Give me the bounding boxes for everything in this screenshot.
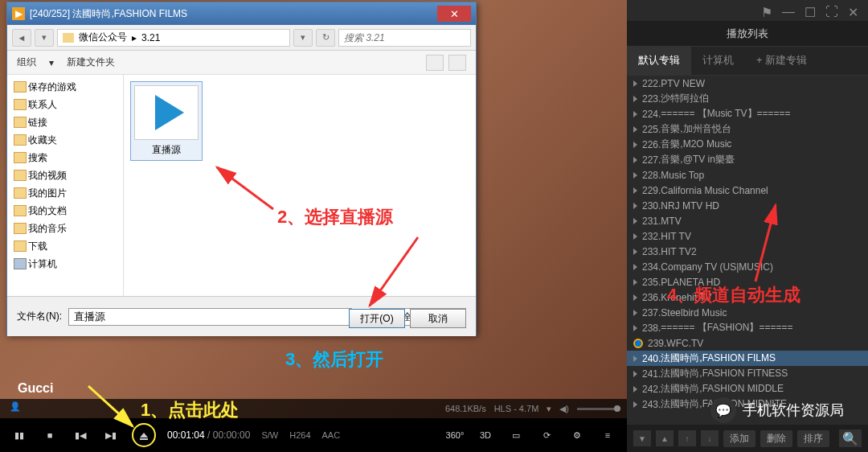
open-button[interactable]: 打开(O) xyxy=(349,309,405,328)
path-seg-1[interactable]: 微信公众号 xyxy=(79,31,127,44)
audio-label: AAC xyxy=(322,430,341,440)
settings-button[interactable]: ⚙ xyxy=(567,425,587,445)
playlist-item[interactable]: 228. Music Top xyxy=(627,167,868,183)
restore-button[interactable]: ☐ xyxy=(805,5,816,16)
refresh-button[interactable]: ↻ xyxy=(316,29,335,47)
playlist-item[interactable]: 230. NRJ MTV HD xyxy=(627,198,868,213)
filename-input[interactable] xyxy=(68,308,352,326)
tree-item[interactable]: 我的音乐 xyxy=(7,220,123,237)
file-item[interactable]: 直播源 xyxy=(130,81,203,161)
tree-item[interactable]: 链接 xyxy=(7,113,123,131)
close-button[interactable]: ✕ xyxy=(437,6,471,22)
aspect-button[interactable]: ▭ xyxy=(506,425,526,445)
back-button[interactable]: ◄ xyxy=(12,29,31,47)
prev-button[interactable]: ▮◀ xyxy=(71,425,90,445)
tree-item[interactable]: 我的图片 xyxy=(7,184,123,202)
play-icon xyxy=(633,401,637,408)
playlist-item[interactable]: 225. 音樂,加州音悦台 xyxy=(627,121,868,137)
play-icon xyxy=(633,157,637,163)
file-name: 直播源 xyxy=(134,143,199,157)
view-button[interactable] xyxy=(426,55,444,71)
file-list[interactable]: 直播源 xyxy=(124,75,476,296)
playlist-item[interactable]: 239. WFC.TV xyxy=(627,335,868,351)
item-number: 227. xyxy=(642,154,661,166)
path-seg-2[interactable]: 3.21 xyxy=(141,32,160,43)
playlist-item[interactable]: 226. 音樂,M2O Music xyxy=(627,137,868,152)
collapse-button[interactable]: ▼ xyxy=(633,430,651,446)
repeat-button[interactable]: ⟳ xyxy=(537,425,556,445)
tree-item[interactable]: 收藏夹 xyxy=(7,131,123,149)
info-bar: 👤 648.1KB/s HLS - 4.7M ▾ ◀) xyxy=(0,399,627,418)
app-icon: ▶ xyxy=(12,7,25,20)
forward-button[interactable]: ▾ xyxy=(35,29,54,47)
playlist-item[interactable]: 233. HIT TV2 xyxy=(627,244,868,259)
fullscreen-button[interactable]: ⛶ xyxy=(825,5,838,16)
delete-button[interactable]: 删除 xyxy=(760,430,792,447)
volume-icon[interactable]: ◀) xyxy=(559,404,569,414)
tab-default-album[interactable]: 默认专辑 xyxy=(627,47,691,75)
3d-button[interactable]: 3D xyxy=(476,425,495,445)
pin-button[interactable]: ⚑ xyxy=(761,5,772,16)
playlist-item[interactable]: 236. Kronehit TV xyxy=(627,290,868,305)
pause-button[interactable]: ▮▮ xyxy=(10,425,29,445)
tree-item[interactable]: 计算机 xyxy=(7,255,123,273)
sw-label[interactable]: S/W xyxy=(261,430,278,440)
playlist-item[interactable]: 241. 法國時尚,FASHION FITNESS xyxy=(627,366,868,381)
menu-button[interactable]: ≡ xyxy=(598,425,617,445)
item-title: MTV xyxy=(661,216,681,227)
down-button[interactable]: ↓ xyxy=(701,430,719,446)
play-icon xyxy=(633,142,637,148)
tree-item[interactable]: 搜索 xyxy=(7,149,123,166)
360-button[interactable]: 360° xyxy=(445,425,465,445)
playlist-item[interactable]: 231. MTV xyxy=(627,213,868,228)
playlist-item[interactable]: 234. Company TV (US|MUSIC) xyxy=(627,259,868,274)
tree-item[interactable]: 联系人 xyxy=(7,96,123,113)
playlist-items[interactable]: 222. PTV NEW223. 沙特阿拉伯224. ====== 【Music… xyxy=(627,76,868,425)
playlist-item[interactable]: 237. Steelbird Music xyxy=(627,305,868,320)
tree-item[interactable]: 下载 xyxy=(7,237,123,255)
path-bar[interactable]: 微信公众号 ▸ 3.21 xyxy=(57,29,290,47)
item-number: 232. xyxy=(642,231,661,242)
playlist-item[interactable]: 223. 沙特阿拉伯 xyxy=(627,91,868,106)
playlist-item[interactable]: 240. 法國時尚,FASHION FILMS xyxy=(627,351,868,366)
close-window-button[interactable]: ✕ xyxy=(848,5,858,16)
tree-item[interactable]: 我的文档 xyxy=(7,202,123,220)
item-number: 233. xyxy=(642,246,661,257)
playlist-item[interactable]: 229. California Music Channel xyxy=(627,183,868,198)
tab-new-album[interactable]: + 新建专辑 xyxy=(745,47,818,75)
folder-tree[interactable]: 保存的游戏联系人链接收藏夹搜索我的视频我的图片我的文档我的音乐下载计算机 xyxy=(7,75,124,296)
tree-item[interactable]: 保存的游戏 xyxy=(7,78,123,96)
add-button[interactable]: 添加 xyxy=(723,430,755,447)
speed-text: 648.1KB/s xyxy=(445,404,486,413)
playlist-item[interactable]: 238. ====== 【FASHION】====== xyxy=(627,320,868,335)
eject-button[interactable] xyxy=(132,423,156,447)
tree-item[interactable]: 我的视频 xyxy=(7,166,123,184)
tab-computer[interactable]: 计算机 xyxy=(691,47,745,75)
dialog-titlebar[interactable]: ▶ [240/252] 法國時尚,FASHION FILMS ✕ xyxy=(7,2,476,25)
hls-text[interactable]: HLS - 4.7M xyxy=(494,404,539,413)
path-dropdown[interactable]: ▾ xyxy=(293,29,313,47)
playlist-item[interactable]: 232. HIT TV xyxy=(627,228,868,244)
playlist-item[interactable]: 242. 法國時尚,FASHION MIDDLE xyxy=(627,381,868,397)
sort-button[interactable]: 排序 xyxy=(797,430,829,447)
playlist-item[interactable]: 227. 音樂,@TV in樂臺 xyxy=(627,152,868,167)
playlist-item[interactable]: 235. PLANETA HD xyxy=(627,274,868,290)
help-button[interactable] xyxy=(448,55,466,71)
expand-button[interactable]: ▲ xyxy=(656,430,674,446)
next-button[interactable]: ▶▮ xyxy=(101,425,121,445)
search-icon[interactable]: 🔍 xyxy=(839,429,862,447)
organize-button[interactable]: 组织 xyxy=(17,55,36,69)
up-button[interactable]: ↑ xyxy=(678,430,696,446)
hls-dropdown-icon[interactable]: ▾ xyxy=(547,404,551,414)
volume-slider[interactable] xyxy=(577,408,617,410)
user-icon: 👤 xyxy=(10,401,24,416)
playlist-item[interactable]: 224. ====== 【Music TV】====== xyxy=(627,106,868,121)
playlist-item[interactable]: 222. PTV NEW xyxy=(627,76,868,91)
play-icon xyxy=(633,233,637,240)
search-input[interactable] xyxy=(338,29,471,47)
stop-button[interactable]: ■ xyxy=(40,425,59,445)
cancel-button[interactable]: 取消 xyxy=(410,309,466,328)
minimize-button[interactable]: — xyxy=(782,5,795,16)
play-icon xyxy=(633,371,637,377)
newfolder-button[interactable]: 新建文件夹 xyxy=(67,55,115,69)
